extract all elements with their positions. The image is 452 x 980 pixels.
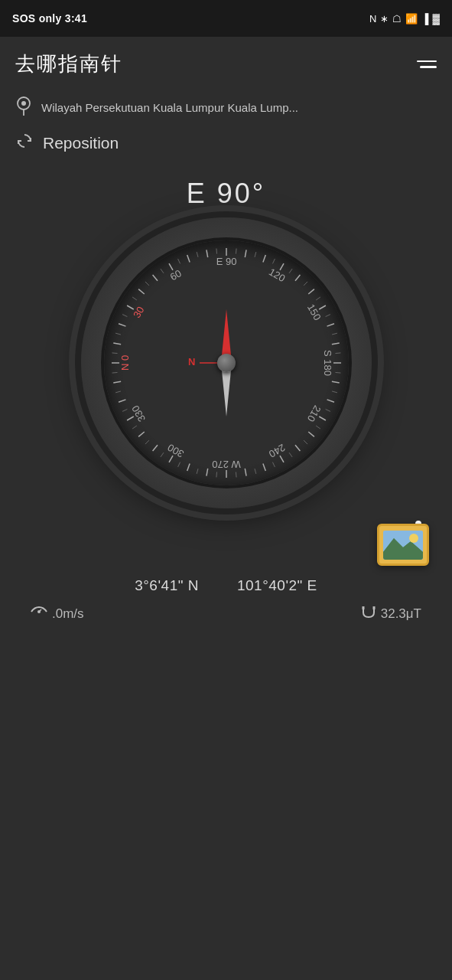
menu-line-1 — [417, 60, 437, 63]
bottom-section: 3°6'41" N 101°40'2" E .0m/s 3 — [0, 524, 452, 638]
latitude: 3°6'41" N — [135, 577, 199, 594]
location-row: Wilayah Persekutuan Kuala Lumpur Kuala L… — [0, 88, 452, 127]
location-pin-icon — [15, 96, 32, 119]
compass-inner-dial: E 90 120 150 S 180 210 240 W 270 300 330… — [104, 240, 349, 485]
longitude: 101°40'2" E — [237, 577, 317, 594]
battery-low-icon: ▐ — [421, 13, 428, 24]
nfc-icon: N — [369, 13, 376, 24]
magnetic-sensor: 32.3μT — [361, 605, 421, 622]
reposition-icon — [15, 132, 34, 155]
compass-outer-ring: E 90 120 150 S 180 210 240 W 270 300 330… — [81, 217, 372, 508]
svg-point-97 — [37, 610, 41, 613]
battery-icon: ▓ — [433, 13, 440, 24]
svg-point-95 — [409, 534, 418, 543]
speed-sensor: .0m/s — [31, 606, 84, 622]
menu-line-2 — [420, 66, 437, 68]
speed-value: .0m/s — [52, 606, 84, 622]
svg-point-1 — [21, 101, 26, 106]
photo-card — [377, 524, 429, 566]
svg-text:N: N — [188, 356, 195, 368]
magnetic-value: 32.3μT — [381, 606, 421, 622]
status-icons: N ∗ ☖ 📶 ▐ ▓ — [369, 13, 440, 24]
photo-icon-button[interactable] — [377, 524, 429, 566]
compass-heading: E 90° — [0, 178, 452, 210]
header: 去哪指南针 — [0, 37, 452, 88]
sensors-row: .0m/s 32.3μT — [15, 605, 437, 622]
wifi-icon: 📶 — [405, 13, 418, 24]
status-bar: SOS only 3:41 N ∗ ☖ 📶 ▐ ▓ — [0, 0, 452, 37]
app-title: 去哪指南针 — [15, 51, 122, 77]
magnetic-icon — [361, 605, 376, 622]
bluetooth-icon: ∗ — [380, 13, 389, 24]
reposition-row[interactable]: Reposition — [0, 127, 452, 162]
reposition-label: Reposition — [43, 134, 119, 152]
photo-inner — [383, 531, 423, 560]
compass-wrapper: E 90 120 150 S 180 210 240 W 270 300 330… — [0, 217, 452, 508]
photo-landscape-icon — [383, 531, 423, 560]
menu-button[interactable] — [417, 60, 437, 68]
location-text: Wilayah Persekutuan Kuala Lumpur Kuala L… — [41, 101, 298, 114]
vibrate-icon: ☖ — [392, 13, 402, 24]
compass-center-cap — [217, 354, 236, 372]
status-carrier: SOS only 3:41 — [12, 12, 87, 24]
speed-icon — [31, 606, 47, 622]
coordinates-row: 3°6'41" N 101°40'2" E — [15, 577, 437, 594]
